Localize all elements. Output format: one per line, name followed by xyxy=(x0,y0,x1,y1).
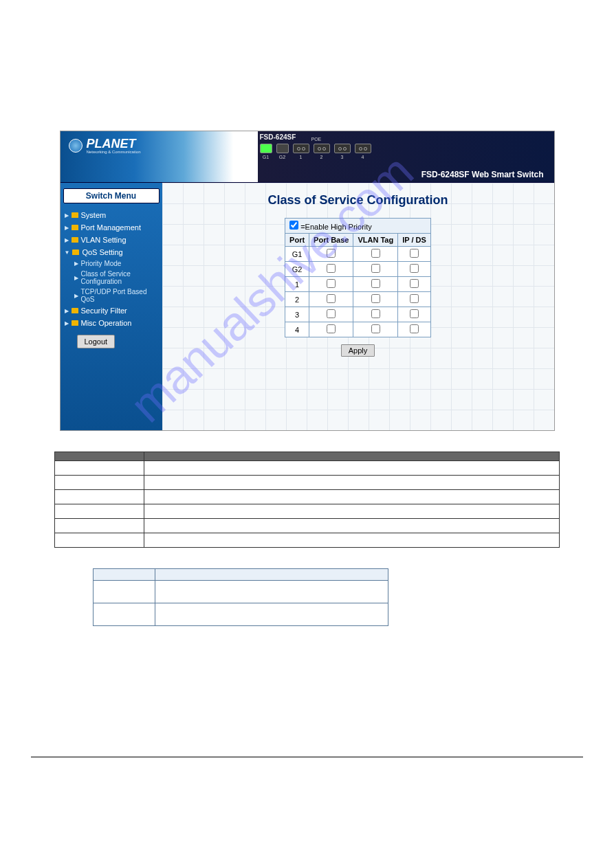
folder-icon xyxy=(72,308,78,313)
vlantag-checkbox-1[interactable] xyxy=(371,279,380,288)
row-port-label: 3 xyxy=(285,307,309,322)
logo-text: PLANET xyxy=(87,137,141,151)
desc-cell xyxy=(55,533,144,548)
portbase-checkbox-3[interactable] xyxy=(327,309,336,318)
portbase-checkbox-2[interactable] xyxy=(327,294,336,303)
col-vlan-tag: VLAN Tag xyxy=(353,234,398,247)
vlantag-checkbox-4[interactable] xyxy=(371,324,380,333)
row-port-label: 4 xyxy=(285,322,309,337)
portbase-checkbox-g1[interactable] xyxy=(327,249,336,258)
logo: PLANET Networking & Communication xyxy=(69,137,141,154)
page-title: Class of Service Configuration xyxy=(173,193,544,208)
desc-cell xyxy=(55,461,144,476)
folder-icon xyxy=(72,225,78,230)
sidebar-item-port-management[interactable]: ▶Port Management xyxy=(63,221,160,234)
poe-port-4-icon xyxy=(355,144,371,153)
sidebar-subitem-cos-config[interactable]: ▶Class of Service Configuration xyxy=(63,269,160,287)
col-ip-ds: IP / DS xyxy=(398,234,431,247)
row-port-label: 2 xyxy=(285,292,309,307)
vlan-header-right xyxy=(155,569,388,581)
ipds-checkbox-4[interactable] xyxy=(410,324,419,333)
ipds-checkbox-g1[interactable] xyxy=(410,249,419,258)
banner: PLANET Networking & Communication FSD-62… xyxy=(61,131,554,183)
sidebar-item-system[interactable]: ▶System xyxy=(63,209,160,221)
desc-cell xyxy=(55,519,144,533)
portbase-checkbox-1[interactable] xyxy=(327,279,336,288)
folder-icon xyxy=(72,212,78,218)
folder-icon xyxy=(72,249,79,255)
desc-cell xyxy=(144,504,560,519)
col-port-base: Port Base xyxy=(309,234,353,247)
vlantag-checkbox-g1[interactable] xyxy=(371,249,380,258)
ipds-checkbox-g2[interactable] xyxy=(410,264,419,273)
description-table xyxy=(54,452,560,548)
main-panel: Class of Service Configuration =Enable H… xyxy=(162,183,554,430)
desc-cell xyxy=(144,476,560,490)
sidebar-item-qos-setting[interactable]: ▼QoS Setting xyxy=(63,246,160,258)
desc-cell xyxy=(144,533,560,548)
poe-port-3-icon xyxy=(334,144,351,153)
enable-high-priority-label: =Enable High Priority xyxy=(300,223,372,231)
desc-cell xyxy=(55,504,144,519)
vlan-priority-table xyxy=(93,568,388,626)
poe-group-label: POE xyxy=(311,137,322,142)
vlan-cell xyxy=(94,603,155,626)
globe-icon xyxy=(69,139,83,153)
enable-high-priority-checkbox[interactable] xyxy=(289,221,298,230)
banner-title: FSD-6248SF Web Smart Switch xyxy=(421,170,544,179)
col-port: Port xyxy=(285,234,309,247)
folder-icon xyxy=(72,237,78,243)
ipds-checkbox-1[interactable] xyxy=(410,279,419,288)
vlantag-checkbox-3[interactable] xyxy=(371,309,380,318)
vlantag-checkbox-g2[interactable] xyxy=(371,264,380,273)
ipds-checkbox-3[interactable] xyxy=(410,309,419,318)
sidebar-subitem-tcpudp-qos[interactable]: ▶TCP/UDP Port Based QoS xyxy=(63,287,160,304)
vlan-cell xyxy=(155,581,388,603)
desc-cell xyxy=(55,476,144,490)
vlan-cell xyxy=(155,603,388,626)
portbase-checkbox-g2[interactable] xyxy=(327,264,336,273)
vlan-cell xyxy=(94,581,155,603)
logout-button[interactable]: Logout xyxy=(77,335,116,348)
desc-header-left xyxy=(55,452,144,461)
row-port-label: G1 xyxy=(285,247,309,262)
row-port-label: G2 xyxy=(285,262,309,277)
poe-port-1-icon xyxy=(293,144,309,153)
device-port-indicators: G1 G2 1 2 3 4 xyxy=(260,144,371,159)
desc-header-right xyxy=(144,452,560,461)
port-g2-icon xyxy=(276,144,289,153)
folder-icon xyxy=(72,320,78,326)
sidebar-item-security-filter[interactable]: ▶Security Filter xyxy=(63,304,160,317)
embedded-ui-screenshot: PLANET Networking & Communication FSD-62… xyxy=(60,131,555,431)
sidebar-subitem-priority-mode[interactable]: ▶Priority Mode xyxy=(63,258,160,269)
logo-subtitle: Networking & Communication xyxy=(87,150,141,154)
desc-cell xyxy=(144,490,560,504)
footer-divider xyxy=(31,757,583,757)
port-g1-icon xyxy=(260,144,272,153)
sidebar-item-misc-operation[interactable]: ▶Misc Operation xyxy=(63,317,160,329)
vlan-header-left xyxy=(94,569,155,581)
sidebar: Switch Menu ▶System ▶Port Management ▶VL… xyxy=(61,183,162,430)
desc-cell xyxy=(144,461,560,476)
desc-cell xyxy=(144,519,560,533)
switch-menu-header: Switch Menu xyxy=(63,188,160,203)
apply-button[interactable]: Apply xyxy=(341,344,375,357)
portbase-checkbox-4[interactable] xyxy=(327,324,336,333)
poe-port-2-icon xyxy=(314,144,330,153)
cos-config-table: =Enable High Priority Port Port Base VLA… xyxy=(285,218,431,337)
row-port-label: 1 xyxy=(285,277,309,292)
device-model-label: FSD-624SF xyxy=(260,133,296,141)
vlantag-checkbox-2[interactable] xyxy=(371,294,380,303)
ipds-checkbox-2[interactable] xyxy=(410,294,419,303)
desc-cell xyxy=(55,490,144,504)
sidebar-item-vlan-setting[interactable]: ▶VLAN Setting xyxy=(63,234,160,246)
